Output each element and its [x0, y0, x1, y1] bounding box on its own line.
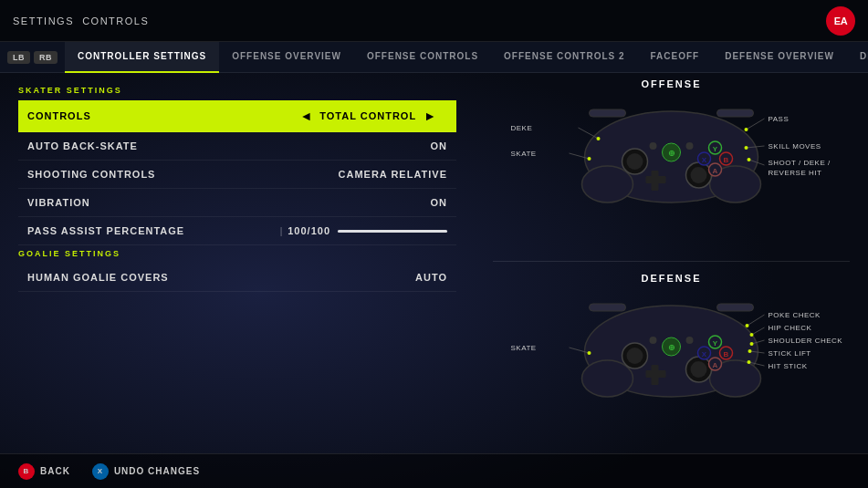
- tabs-bar: LB RB CONTROLLER SETTINGS OFFENSE OVERVI…: [0, 42, 868, 73]
- setting-controls-name: CONTROLS: [27, 110, 299, 121]
- svg-point-26: [588, 157, 591, 161]
- shoulder-check-label: SHOULDER CHECK: [769, 337, 843, 345]
- arrow-right-icon[interactable]: ►: [424, 109, 436, 123]
- back-button-icon[interactable]: B: [18, 463, 35, 480]
- left-panel: SKATER SETTINGS CONTROLS ◄ TOTAL CONTROL…: [0, 73, 475, 453]
- setting-pass-assist-name: PASS ASSIST PERCENTAGE: [27, 225, 275, 236]
- tab-defense-overview[interactable]: DEFENSE OVERVIEW: [712, 42, 847, 73]
- pass-assist-divider: |: [280, 226, 283, 236]
- setting-pass-assist[interactable]: PASS ASSIST PERCENTAGE | 100/100: [18, 217, 456, 245]
- svg-text:⊕: ⊕: [668, 343, 675, 352]
- poke-check-label: POKE CHECK: [769, 311, 821, 319]
- svg-point-32: [748, 158, 751, 161]
- deke-label: DEKE: [511, 124, 533, 132]
- svg-point-52: [650, 337, 657, 344]
- svg-point-19: [650, 142, 657, 150]
- tab-faceoff[interactable]: FACEOFF: [638, 42, 713, 73]
- setting-human-goalie-covers[interactable]: HUMAN GOALIE COVERS AUTO: [18, 264, 456, 292]
- svg-text:⊕: ⊕: [668, 149, 675, 158]
- skill-moves-label: SKILL MOVES: [769, 142, 821, 151]
- svg-point-63: [750, 342, 754, 346]
- svg-point-67: [748, 360, 751, 364]
- slider-fill: [338, 230, 447, 233]
- setting-vibration-value: ON: [431, 197, 448, 208]
- svg-rect-41: [646, 370, 666, 378]
- undo-button-icon[interactable]: X: [92, 463, 109, 480]
- tab-offense-controls-2[interactable]: OFFENSE CONTROLS 2: [491, 42, 637, 73]
- svg-point-59: [746, 324, 749, 327]
- skate-label-offense: SKATE: [511, 150, 537, 158]
- svg-point-65: [748, 349, 752, 353]
- svg-text:A: A: [713, 361, 718, 369]
- tab-offense-overview[interactable]: OFFENSE OVERVIEW: [219, 42, 354, 73]
- ea-logo: EA: [826, 6, 855, 36]
- arrow-left-icon[interactable]: ◄: [299, 109, 312, 123]
- svg-point-57: [588, 351, 591, 355]
- back-action[interactable]: B BACK: [18, 463, 70, 480]
- setting-pass-assist-value: 100/100: [288, 225, 330, 236]
- back-label: BACK: [40, 466, 70, 476]
- svg-point-24: [597, 137, 601, 140]
- header: SETTINGS CONTROLS EA: [0, 0, 868, 42]
- setting-controls[interactable]: CONTROLS ◄ TOTAL CONTROL ►: [18, 100, 456, 132]
- reverse-hit-label: REVERSE HIT: [769, 169, 822, 177]
- skate-label-defense: SKATE: [511, 344, 537, 352]
- undo-action[interactable]: X UNDO CHANGES: [92, 463, 200, 480]
- setting-vibration-name: VIBRATION: [27, 197, 431, 208]
- skater-section-label: SKATER SETTINGS: [18, 86, 456, 95]
- offense-section: OFFENSE: [493, 78, 850, 254]
- right-panel: OFFENSE: [475, 73, 868, 453]
- breadcrumb: SETTINGS CONTROLS: [13, 16, 149, 26]
- svg-rect-8: [646, 176, 666, 183]
- svg-point-53: [686, 337, 694, 344]
- undo-label: UNDO CHANGES: [114, 466, 200, 476]
- svg-point-4: [627, 153, 643, 170]
- main-area: SKATER SETTINGS CONTROLS ◄ TOTAL CONTROL…: [0, 73, 868, 453]
- setting-goalie-value: AUTO: [415, 272, 447, 283]
- svg-text:B: B: [724, 350, 729, 358]
- svg-rect-21: [590, 109, 626, 117]
- arrow-controls[interactable]: ◄ TOTAL CONTROL ►: [299, 109, 436, 123]
- pass-assist-slider-container[interactable]: 100/100: [288, 225, 447, 236]
- setting-auto-back-skate-name: AUTO BACK-SKATE: [27, 140, 431, 151]
- svg-point-37: [627, 348, 643, 364]
- diagram-divider: [493, 261, 850, 262]
- defense-controller-svg: Y B X A ⊕: [493, 287, 850, 406]
- lb-bumper[interactable]: LB: [7, 51, 30, 64]
- svg-point-20: [686, 142, 694, 150]
- defense-diagram: Y B X A ⊕: [493, 287, 850, 406]
- hit-stick-label: HIT STICK: [769, 362, 808, 370]
- setting-shooting-controls-value: CAMERA RELATIVE: [339, 169, 448, 180]
- svg-rect-54: [590, 304, 626, 311]
- bumpers: LB RB: [7, 51, 58, 64]
- svg-point-34: [582, 360, 633, 397]
- svg-text:B: B: [724, 156, 729, 164]
- svg-text:A: A: [713, 167, 718, 175]
- shoot-label: SHOOT / DEKE /: [769, 159, 831, 167]
- offense-diagram: Y B X A ⊕: [493, 93, 850, 212]
- svg-line-23: [579, 128, 599, 139]
- setting-shooting-controls-name: SHOOTING CONTROLS: [27, 169, 339, 180]
- offense-title: OFFENSE: [493, 78, 850, 89]
- header-left: SETTINGS CONTROLS: [13, 16, 149, 26]
- pass-label: PASS: [769, 115, 790, 123]
- svg-line-58: [748, 315, 765, 326]
- svg-rect-55: [717, 304, 754, 311]
- offense-controller-svg: Y B X A ⊕: [493, 93, 850, 212]
- svg-text:Y: Y: [713, 339, 718, 348]
- rb-bumper[interactable]: RB: [34, 51, 58, 64]
- svg-line-27: [747, 119, 765, 130]
- setting-shooting-controls[interactable]: SHOOTING CONTROLS CAMERA RELATIVE: [18, 161, 456, 189]
- setting-auto-back-skate[interactable]: AUTO BACK-SKATE ON: [18, 132, 456, 161]
- goalie-section-label: GOALIE SETTINGS: [18, 249, 456, 258]
- tab-defense-controls[interactable]: DEFENSE CONTROLS: [847, 42, 868, 73]
- setting-vibration[interactable]: VIBRATION ON: [18, 189, 456, 217]
- svg-point-39: [691, 361, 707, 378]
- setting-controls-value: TOTAL CONTROL: [319, 110, 416, 121]
- defense-section: DEFENSE: [493, 273, 850, 448]
- tab-offense-controls[interactable]: OFFENSE CONTROLS: [354, 42, 491, 73]
- pass-assist-slider[interactable]: [338, 230, 447, 233]
- svg-point-6: [691, 167, 707, 183]
- tab-controller-settings[interactable]: CONTROLLER SETTINGS: [65, 42, 219, 73]
- defense-title: DEFENSE: [493, 273, 850, 284]
